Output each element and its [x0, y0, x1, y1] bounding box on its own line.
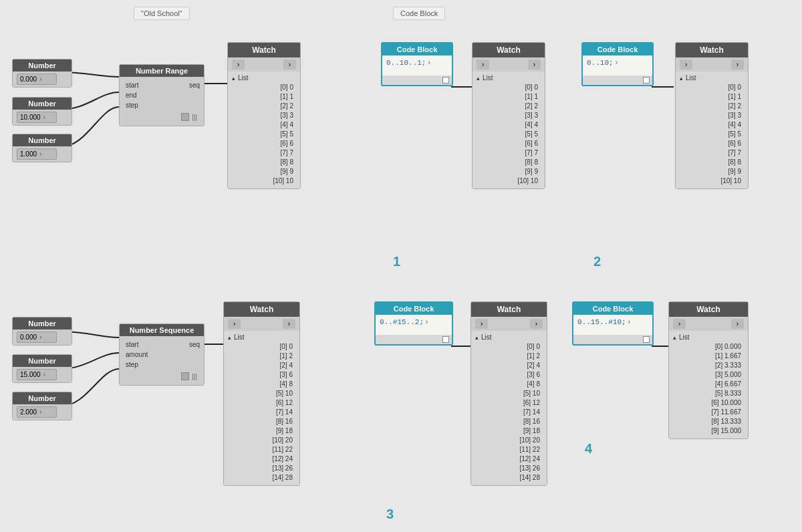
list-item: [12] 24 [228, 454, 295, 464]
list-item: [5] 5 [232, 130, 296, 139]
code-header-bottom-middle: Code Block [376, 303, 452, 315]
watch-header-top-right: Watch [676, 43, 748, 57]
code-text-top-right: 0..10; [587, 59, 614, 67]
range-row-step: step [124, 101, 200, 110]
number-input-5[interactable]: 15.000 › [17, 369, 57, 380]
number-input-4[interactable]: 0.000 › [17, 331, 57, 343]
list-item: [6] 6 [232, 139, 296, 148]
list-item: [10] 20 [228, 436, 295, 445]
number-node-2: Number 10.000 › [12, 97, 72, 126]
watch-node-top-right: Watch › › ▴ List [0] 0 [1] 1 [2] 2 [3] 3… [675, 42, 749, 189]
list-item: [13] 26 [475, 464, 543, 473]
range-icon-1 [181, 113, 189, 121]
list-item: [6] 10.000 [673, 398, 744, 408]
number-input-1[interactable]: 0.000 › [17, 74, 57, 85]
list-item: [0] 0 [232, 83, 296, 92]
code-header-top-right: Code Block [583, 43, 652, 55]
list-item: [9] 18 [475, 426, 543, 436]
list-item: [2] 4 [228, 361, 295, 370]
list-item: [1] 1 [680, 92, 744, 102]
list-item: [5] 5 [680, 130, 744, 139]
watch-items-top-left: [0] 0 [1] 1 [2] 2 [3] 3 [4] 4 [5] 5 [6] … [232, 83, 296, 186]
watch-list-header-top-right: ▴ List [680, 74, 744, 82]
list-item: [11] 22 [228, 445, 295, 454]
list-item: [13] 26 [228, 464, 295, 473]
range-row-end: end [124, 91, 200, 100]
watch-items-bottom-right: [0] 0.000 [1] 1.667 [2] 3.333 [3] 5.000 … [673, 342, 744, 436]
code-header-top-middle: Code Block [382, 43, 452, 55]
list-item: [8] 8 [232, 158, 296, 167]
list-item: [8] 16 [475, 417, 543, 426]
code-footer-top-right [583, 76, 652, 85]
watch-items-top-right: [0] 0 [1] 1 [2] 2 [3] 3 [4] 4 [5] 5 [6] … [680, 83, 744, 186]
sequence-footer: ||| [124, 370, 200, 382]
number-input-6[interactable]: 2.000 › [17, 406, 57, 418]
watch-port-out-top-middle: › [528, 59, 541, 70]
list-item: [4] 4 [232, 120, 296, 130]
range-footer: ||| [124, 111, 200, 123]
number-header-4: Number [13, 317, 72, 329]
code-checkbox-bottom-right[interactable] [643, 336, 650, 343]
watch-port-in-top-left: › [232, 59, 245, 70]
list-item: [10] 10 [232, 176, 296, 186]
watch-port-out-top-left: › [283, 59, 296, 70]
code-block-top-label: Code Block [393, 7, 445, 20]
list-item: [10] 20 [475, 436, 543, 445]
list-item: [8] 8 [477, 158, 541, 167]
list-item: [7] 7 [477, 148, 541, 158]
watch-list-header-bottom-right: ▴ List [673, 334, 744, 341]
list-item: [3] 5.000 [673, 370, 744, 380]
code-checkbox-bottom-middle[interactable] [442, 336, 449, 343]
code-body-top-middle: 0..10..1; › [382, 55, 452, 76]
number-input-3[interactable]: 1.000 › [17, 148, 57, 160]
watch-header-bottom-right: Watch [669, 302, 748, 317]
watch-port-in-bottom-left: › [228, 319, 241, 329]
old-school-label: "Old School" [134, 7, 190, 20]
number-header-6: Number [13, 392, 72, 404]
watch-list-top-right: ▴ List [0] 0 [1] 1 [2] 2 [3] 3 [4] 4 [5]… [676, 72, 748, 188]
list-item: [6] 6 [477, 139, 541, 148]
list-item: [7] 11.667 [673, 408, 744, 417]
code-text-bottom-right: 0..15..#10; [577, 318, 626, 326]
callout-2: 2 [593, 254, 601, 269]
watch-header-bottom-middle: Watch [471, 302, 547, 317]
watch-ports-top-middle: › › [473, 57, 545, 72]
watch-port-in-bottom-right: › [673, 319, 686, 329]
number-input-2[interactable]: 10.000 › [17, 112, 57, 123]
callout-1: 1 [393, 254, 400, 269]
sequence-row-start: start seq [124, 340, 200, 349]
list-item: [2] 2 [477, 102, 541, 111]
list-item: [5] 8.333 [673, 389, 744, 398]
canvas: "Old School" Code Block Number 0.000 › N… [0, 0, 802, 532]
list-item: [4] 8 [475, 380, 543, 389]
list-item: [2] 3.333 [673, 361, 744, 370]
code-footer-bottom-right [573, 335, 652, 344]
list-item: [9] 15.000 [673, 426, 744, 436]
list-item: [4] 6.667 [673, 380, 744, 389]
list-item: [9] 9 [232, 167, 296, 176]
number-node-5: Number 15.000 › [12, 354, 72, 383]
sequence-body: start seq amount step ||| [120, 336, 204, 385]
code-text-top-middle: 0..10..1; [386, 59, 426, 67]
list-item: [0] 0 [477, 83, 541, 92]
code-header-bottom-right: Code Block [573, 303, 652, 315]
number-header-5: Number [13, 355, 72, 367]
number-node-3: Number 1.000 › [12, 134, 72, 162]
code-body-top-right: 0..10; › [583, 55, 652, 76]
list-item: [6] 6 [680, 139, 744, 148]
code-checkbox-top-middle[interactable] [442, 77, 449, 84]
list-item: [4] 4 [680, 120, 744, 130]
watch-header-bottom-left: Watch [224, 302, 299, 317]
number-body-2: 10.000 › [13, 110, 72, 125]
number-body-5: 15.000 › [13, 367, 72, 382]
watch-node-bottom-left: Watch › › ▴ List [0] 0 [1] 2 [2] 4 [3] 6… [223, 301, 300, 486]
watch-port-out-top-right: › [731, 59, 744, 70]
list-item: [6] 12 [475, 398, 543, 408]
list-item: [0] 0 [228, 342, 295, 352]
number-header-3: Number [13, 134, 72, 146]
code-checkbox-top-right[interactable] [643, 77, 650, 84]
list-item: [1] 2 [228, 352, 295, 361]
list-item: [1] 1 [232, 92, 296, 102]
list-item: [0] 0.000 [673, 342, 744, 352]
list-item: [9] 18 [228, 426, 295, 436]
